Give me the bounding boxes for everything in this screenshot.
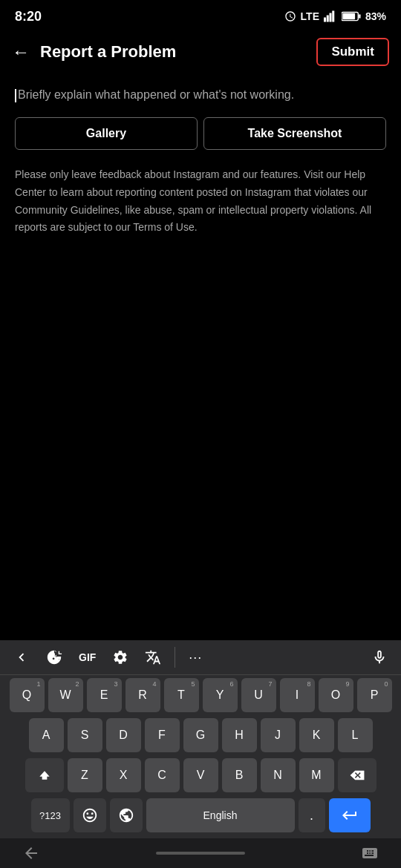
description-placeholder: Briefly explain what happened or what's … [15,86,386,104]
key-l[interactable]: L [338,718,373,752]
back-arrow-button[interactable]: ← [12,42,30,62]
keyboard-toolbar: GIF ··· [0,640,401,675]
key-m[interactable]: M [299,758,334,792]
more-button[interactable]: ··· [183,647,208,668]
enter-button[interactable] [329,798,371,832]
sticker-button[interactable] [40,646,68,668]
key-e[interactable]: 3E [87,678,122,712]
shift-button[interactable] [25,758,64,792]
delete-button[interactable] [338,758,376,792]
main-content: Briefly explain what happened or what's … [0,74,401,237]
space-button[interactable]: English [146,798,295,832]
key-i[interactable]: 8I [280,678,315,712]
key-u[interactable]: 7U [241,678,276,712]
header-left: ← Report a Problem [12,42,176,62]
keyboard-row-2: A S D F G H J K L [3,718,398,752]
key-c[interactable]: C [145,758,180,792]
key-b[interactable]: B [222,758,257,792]
key-g[interactable]: G [183,718,218,752]
keyboard-settings-button[interactable] [106,646,134,668]
svg-rect-0 [324,18,326,22]
submit-button[interactable]: Submit [316,38,389,66]
alarm-icon [284,10,296,22]
shift-icon [37,768,52,783]
key-t[interactable]: 5T [164,678,199,712]
key-j[interactable]: J [261,718,296,752]
status-bar: 8:20 LTE 83% [0,0,401,30]
key-z[interactable]: Z [68,758,102,792]
keyboard: GIF ··· 1Q 2W 3E 4R [0,640,401,838]
svg-rect-6 [342,13,355,19]
lte-label: LTE [301,10,319,22]
status-time: 8:20 [15,9,42,24]
gallery-button[interactable]: Gallery [15,117,198,150]
key-a[interactable]: A [29,718,64,752]
keyboard-back-button[interactable] [7,646,36,668]
media-button-row: Gallery Take Screenshot [15,117,386,150]
key-r[interactable]: 4R [125,678,160,712]
text-cursor [15,89,16,102]
keyboard-keys: 1Q 2W 3E 4R 5T 6Y 7U 8I 9O 0P A S D F G … [0,675,401,832]
nav-keyboard-icon[interactable] [361,844,379,862]
key-f[interactable]: F [145,718,180,752]
svg-rect-2 [329,13,331,22]
emoji-button[interactable] [74,798,106,832]
emoji-icon [82,807,98,823]
key-h[interactable]: H [222,718,257,752]
svg-rect-5 [359,14,360,19]
enter-icon [341,806,359,824]
globe-icon [118,807,134,823]
key-y[interactable]: 6Y [203,678,238,712]
battery-icon [342,11,361,22]
key-d[interactable]: D [106,718,141,752]
key-p[interactable]: 0P [357,678,392,712]
keyboard-row-1: 1Q 2W 3E 4R 5T 6Y 7U 8I 9O 0P [3,678,398,712]
gif-button[interactable]: GIF [73,648,102,666]
gif-label: GIF [79,651,96,663]
svg-rect-1 [327,16,329,22]
info-text: Please only leave feedback about Instagr… [15,166,386,237]
microphone-icon [371,649,388,665]
page-title: Report a Problem [40,42,176,62]
nav-back-icon[interactable] [22,844,40,862]
key-v[interactable]: V [183,758,218,792]
num-switch-button[interactable]: ?123 [31,798,70,832]
key-x[interactable]: X [106,758,141,792]
key-o[interactable]: 9O [319,678,353,712]
header: ← Report a Problem Submit [0,30,401,74]
sticker-icon [46,649,62,665]
svg-rect-3 [332,11,334,22]
microphone-button[interactable] [365,646,394,668]
signal-icon [324,10,337,22]
home-indicator [156,852,245,855]
screenshot-button[interactable]: Take Screenshot [203,117,386,150]
key-q[interactable]: 1Q [10,678,45,712]
translate-button[interactable] [139,646,167,668]
battery-label: 83% [365,10,386,22]
key-n[interactable]: N [261,758,296,792]
keyboard-settings-icon [112,649,128,665]
status-icons: LTE 83% [284,10,386,22]
keyboard-back-icon [13,649,30,665]
keyboard-row-4: ?123 English . [3,798,398,832]
more-icon: ··· [189,650,202,665]
period-button[interactable]: . [299,798,325,832]
key-k[interactable]: K [299,718,334,752]
globe-button[interactable] [110,798,143,832]
keyboard-row-3: Z X C V B N M [3,758,398,792]
key-w[interactable]: 2W [48,678,83,712]
delete-icon [349,769,365,782]
nav-bar [0,838,401,868]
translate-icon [145,649,161,665]
key-s[interactable]: S [68,718,102,752]
toolbar-separator [175,647,175,668]
